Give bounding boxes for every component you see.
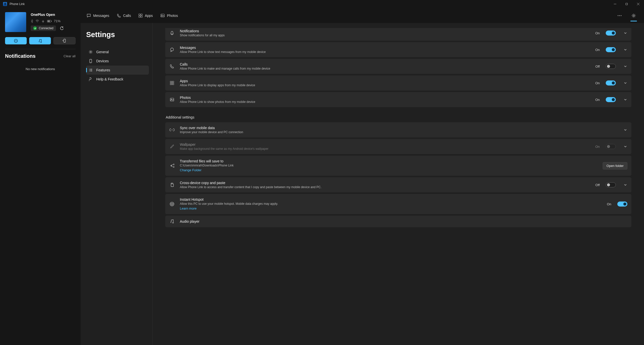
open-folder-button[interactable]: Open folder xyxy=(603,162,627,169)
gear-icon xyxy=(89,50,93,54)
dnd-icon xyxy=(14,39,18,43)
notifications-header: Notifications Clear all xyxy=(3,53,78,59)
settings-nav-features[interactable]: Features xyxy=(86,66,149,75)
chevron-down-icon[interactable] xyxy=(623,145,627,148)
settings-nav-devices[interactable]: Devices xyxy=(86,56,149,66)
copy-icon xyxy=(170,183,174,187)
toggle-state-label: On xyxy=(595,98,600,102)
svg-rect-30 xyxy=(171,184,174,187)
svg-rect-9 xyxy=(141,16,142,17)
setting-title: Sync over mobile data xyxy=(180,126,616,130)
bluetooth-icon xyxy=(31,19,33,23)
notifications-toggle[interactable] xyxy=(606,31,616,36)
svg-point-19 xyxy=(89,69,90,69)
setting-subtitle: Allow Phone Link to access and transfer … xyxy=(180,185,590,189)
svg-point-22 xyxy=(89,81,89,81)
wallpaper-toggle xyxy=(606,144,616,149)
setting-subtitle: Allow Phone Link to display apps from my… xyxy=(180,83,590,87)
connection-ok-icon xyxy=(33,26,37,30)
settings-nav: Settings General Devices Features Help &… xyxy=(81,23,153,345)
brush-icon xyxy=(170,144,174,149)
image-icon xyxy=(170,97,174,102)
window-maximize-button[interactable] xyxy=(621,0,632,8)
quick-action-mirror[interactable] xyxy=(53,37,76,44)
toggle-state-label: Off xyxy=(595,183,600,187)
photos-icon xyxy=(160,13,165,18)
messages-toggle[interactable] xyxy=(606,47,616,52)
battery-percent: 71% xyxy=(54,19,60,23)
setting-audio-player[interactable]: Audio player xyxy=(165,216,631,227)
settings-pane[interactable]: Notifications Show notifications for all… xyxy=(153,23,644,345)
svg-point-20 xyxy=(89,70,90,70)
top-nav: Messages Calls Apps Photos xyxy=(81,8,644,23)
apps-toggle[interactable] xyxy=(606,80,616,85)
tab-apps[interactable]: Apps xyxy=(138,13,154,19)
chevron-down-icon[interactable] xyxy=(623,98,627,101)
svg-point-13 xyxy=(619,15,620,16)
setting-messages[interactable]: Messages Allow Phone Link to show text m… xyxy=(165,42,631,57)
tab-photos[interactable]: Photos xyxy=(159,12,179,19)
toggle-state-label: On xyxy=(607,202,611,206)
tab-calls[interactable]: Calls xyxy=(116,13,132,19)
phone-icon xyxy=(170,64,174,69)
setting-apps[interactable]: Apps Allow Phone Link to display apps fr… xyxy=(165,75,631,91)
svg-point-11 xyxy=(161,15,162,16)
svg-point-29 xyxy=(171,99,172,100)
window-close-button[interactable] xyxy=(632,0,644,8)
setting-subtitle: Improve your mobile device and PC connec… xyxy=(180,130,616,134)
setting-subtitle: Show notifications for all my apps xyxy=(180,34,590,37)
content-area: Messages Calls Apps Photos xyxy=(81,8,644,345)
setting-calls[interactable]: Calls Allow Phone Link to make and manag… xyxy=(165,59,631,74)
setting-notifications[interactable]: Notifications Show notifications for all… xyxy=(165,28,631,41)
settings-button[interactable] xyxy=(629,11,638,20)
chevron-down-icon[interactable] xyxy=(623,48,627,51)
help-icon xyxy=(89,77,93,81)
settings-nav-label: Help & Feedback xyxy=(96,77,123,81)
svg-rect-8 xyxy=(139,16,140,17)
change-folder-link[interactable]: Change Folder xyxy=(180,168,201,172)
refresh-button[interactable] xyxy=(58,25,65,31)
setting-wallpaper[interactable]: Wallpaper Make app background the same a… xyxy=(165,139,631,154)
setting-sync-mobile-data[interactable]: Sync over mobile data Improve your mobil… xyxy=(165,122,631,137)
photos-toggle[interactable] xyxy=(606,97,616,102)
clipboard-toggle[interactable] xyxy=(606,182,616,187)
setting-title: Wallpaper xyxy=(180,142,590,147)
svg-rect-3 xyxy=(51,21,52,22)
settings-nav-general[interactable]: General xyxy=(86,47,149,56)
clear-all-button[interactable]: Clear all xyxy=(63,54,76,58)
hotspot-toggle[interactable] xyxy=(617,202,627,207)
quick-action-audio[interactable] xyxy=(29,37,51,44)
toggle-state-label: On xyxy=(595,48,600,52)
settings-nav-help[interactable]: Help & Feedback xyxy=(86,75,149,84)
window-minimize-button[interactable] xyxy=(609,0,621,8)
chat-icon xyxy=(170,47,174,52)
quick-action-dnd[interactable] xyxy=(5,37,27,44)
settings-nav-label: Features xyxy=(96,68,110,72)
setting-cross-device-clipboard[interactable]: Cross-device copy and paste Allow Phone … xyxy=(165,177,631,192)
svg-point-18 xyxy=(90,62,91,63)
device-meta: OnePlus Open 71% Connected xyxy=(31,12,65,31)
chevron-down-icon[interactable] xyxy=(623,32,627,35)
chevron-down-icon[interactable] xyxy=(623,183,627,186)
more-button[interactable] xyxy=(615,11,624,20)
more-icon xyxy=(618,15,622,16)
tab-messages[interactable]: Messages xyxy=(86,12,110,19)
svg-point-12 xyxy=(618,15,619,16)
tab-photos-label: Photos xyxy=(167,14,178,18)
setting-title: Messages xyxy=(180,46,590,50)
chevron-down-icon[interactable] xyxy=(623,128,627,131)
calls-toggle[interactable] xyxy=(606,64,616,69)
settings-title: Settings xyxy=(86,31,149,39)
chevron-down-icon[interactable] xyxy=(623,81,627,84)
svg-point-21 xyxy=(89,71,90,71)
device-name: OnePlus Open xyxy=(31,13,65,17)
setting-photos[interactable]: Photos Allow Phone Link to show photos f… xyxy=(165,92,631,107)
toggle-state-label: On xyxy=(595,81,600,85)
chevron-down-icon[interactable] xyxy=(623,65,627,68)
setting-transferred-files: Transferred files will save to C:\Users\… xyxy=(165,156,631,176)
window-titlebar: Phone Link xyxy=(0,0,644,8)
share-icon xyxy=(170,163,174,168)
learn-more-link[interactable]: Learn more xyxy=(180,207,196,210)
left-sidebar: OnePlus Open 71% Connected xyxy=(0,8,81,345)
device-wallpaper-thumb[interactable] xyxy=(5,12,26,32)
